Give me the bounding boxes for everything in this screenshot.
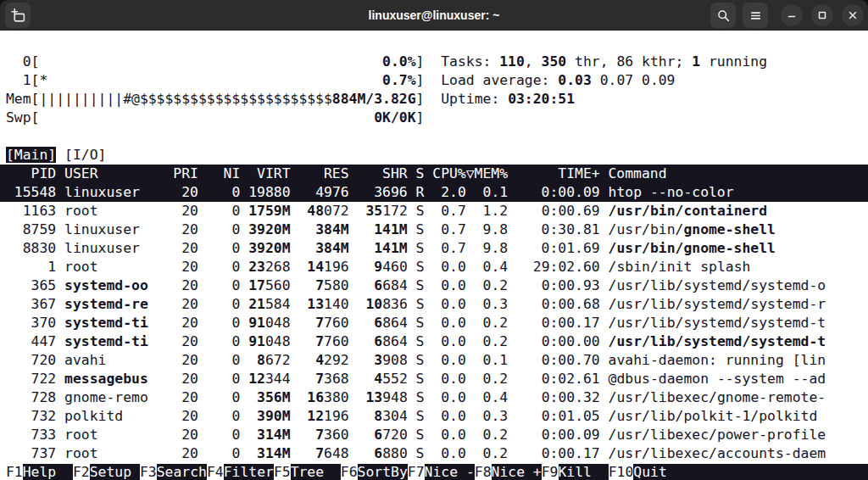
state-cpu-mem-time-cells: S 0.0 0.2 0:00.17: [408, 315, 609, 331]
user-cell: root: [64, 203, 148, 219]
res-cell: 4976: [315, 184, 348, 200]
virt-cell: [240, 389, 257, 405]
shr-cell: 864: [382, 315, 408, 331]
res-cell: 648: [324, 445, 349, 461]
process-row-15548[interactable]: 15548 linuxuser 20 0 19880 4976 3696 R 2…: [0, 183, 868, 202]
process-row-1163[interactable]: 1163 root 20 0 1759M 48072 35172 S 0.7 1…: [6, 202, 868, 220]
state-cpu-mem-time-cells: S 0.0 0.3 0:00.68: [408, 296, 609, 312]
res-cell: 292: [324, 352, 349, 368]
close-button[interactable]: [842, 4, 864, 26]
res-cell: 16: [307, 389, 324, 405]
fkey-key-F8[interactable]: F8: [475, 464, 492, 480]
fkey-label-F8[interactable]: Nice +: [492, 464, 542, 480]
res-cell: [291, 427, 316, 443]
process-row-733[interactable]: 733 root 20 0 314M 7360 6720 S 0.0 0.2 0…: [6, 426, 868, 444]
res-cell: 072: [324, 203, 349, 219]
fkey-label-F4[interactable]: Filter: [224, 464, 274, 480]
virt-cell: 91: [248, 333, 265, 349]
fkey-label-F10[interactable]: Quit: [633, 464, 666, 480]
process-row-737[interactable]: 737 root 20 0 314M 7648 6880 S 0.0 0.2 0…: [6, 444, 868, 463]
pid-cell: 8830: [6, 240, 64, 256]
fkey-label-F9[interactable]: Kill: [559, 464, 609, 480]
process-row-370[interactable]: 370 systemd-ti 20 0 91048 7760 6864 S 0.…: [6, 314, 868, 332]
pid-cell: 1: [6, 259, 64, 275]
fkey-bar-fill: [667, 464, 868, 480]
pid-cell: 733: [6, 427, 64, 443]
process-row-728[interactable]: 728 gnome-remo 20 0 356M 16380 13948 S 0…: [6, 388, 868, 407]
table-header-row[interactable]: PID USER PRI NI VIRT RES SHR S CPU%▽MEM%…: [0, 165, 868, 183]
tab-main[interactable]: [Main]: [6, 147, 56, 163]
tab-io[interactable]: [I/O]: [64, 147, 106, 163]
menu-button[interactable]: [743, 3, 768, 28]
shr-cell: 8: [374, 408, 382, 424]
state-cpu-mem-time-cells: S 0.0 0.3 0:01.05: [408, 408, 609, 424]
function-key-bar[interactable]: F1Help F2Setup F3SearchF4FilterF5Tree F6…: [6, 463, 868, 480]
fkey-label-F6[interactable]: SortBy: [358, 464, 408, 480]
fkey-label-F5[interactable]: Tree: [291, 464, 341, 480]
cpu1-meter-row: 1[* 0.7%] Load average: 0.03 0.07 0.09: [6, 71, 868, 90]
command-cell: htop --no-color: [609, 184, 734, 200]
tasks-stat: Tasks:: [441, 53, 499, 70]
res-cell: [291, 296, 308, 312]
fkey-key-F3[interactable]: F3: [140, 464, 157, 480]
fkey-label-F1[interactable]: Help: [23, 464, 73, 480]
new-tab-button[interactable]: [5, 3, 31, 28]
fkey-key-F4[interactable]: F4: [207, 464, 224, 480]
pri-ni-cells: 20 0: [148, 371, 241, 387]
shr-cell: [349, 427, 375, 443]
fkey-label-F7[interactable]: Nice -: [425, 464, 475, 480]
meter-value: 884M/3.82G: [332, 91, 416, 107]
fkey-key-F9[interactable]: F9: [542, 464, 559, 480]
process-row-732[interactable]: 732 polkitd 20 0 390M 12196 8304 S 0.0 0…: [6, 407, 868, 426]
res-cell: 384M: [315, 240, 348, 256]
res-cell: 7: [315, 333, 324, 349]
meter-bar: Mem[||||||||||#@$$$$$$$$$$$$$$$$$$$$$$$: [6, 91, 332, 107]
user-cell: root: [64, 427, 148, 443]
fkey-label-F2[interactable]: Setup: [90, 464, 140, 480]
load-average-stat: 0.03: [558, 72, 591, 88]
process-row-720[interactable]: 720 avahi 20 0 8672 4292 3908 S 0.0 0.1 …: [6, 351, 868, 370]
shr-cell: [349, 221, 375, 237]
pri-ni-cells: 20 0: [148, 203, 241, 219]
user-cell: messagebus: [64, 371, 148, 387]
meter-value: 0K/0K: [374, 109, 415, 126]
shr-cell: 948: [382, 389, 408, 405]
maximize-button[interactable]: [811, 4, 833, 26]
user-cell: systemd-oo: [64, 277, 148, 293]
fkey-key-F7[interactable]: F7: [408, 464, 425, 480]
res-cell: 196: [324, 259, 349, 275]
shr-cell: [349, 371, 375, 387]
shr-cell: [349, 315, 375, 331]
res-cell: 7: [315, 445, 324, 461]
virt-cell: 91: [248, 315, 265, 331]
process-row-8759[interactable]: 8759 linuxuser 20 0 3920M 384M 141M S 0.…: [6, 220, 868, 239]
process-row-722[interactable]: 722 messagebus 20 0 12344 7368 4552 S 0.…: [6, 370, 868, 388]
pri-ni-cells: 20 0: [148, 315, 241, 331]
command-cell: /usr/bin/: [609, 221, 684, 237]
fkey-key-F2[interactable]: F2: [73, 464, 90, 480]
fkey-key-F10[interactable]: F10: [609, 464, 634, 480]
text-segment: [56, 147, 64, 163]
process-row-447[interactable]: 447 systemd-ti 20 0 91048 7760 6864 S 0.…: [6, 332, 868, 351]
fkey-key-F1[interactable]: F1: [6, 464, 23, 480]
virt-cell: [240, 371, 248, 387]
minimize-button[interactable]: [781, 4, 803, 26]
fkey-key-F5[interactable]: F5: [274, 464, 291, 480]
shr-cell: 6: [374, 333, 382, 349]
screen-tabs-row[interactable]: [Main] [I/O]: [6, 146, 868, 165]
res-cell: 380: [324, 389, 349, 405]
pid-cell: 737: [6, 445, 64, 461]
command-cell: /usr/libexec/gnome-remote-: [609, 389, 826, 405]
fkey-key-F6[interactable]: F6: [341, 464, 358, 480]
process-row-367[interactable]: 367 systemd-re 20 0 21584 13140 10836 S …: [6, 295, 868, 314]
fkey-label-F3[interactable]: Search: [157, 464, 207, 480]
process-row-365[interactable]: 365 systemd-oo 20 0 17560 7580 6684 S 0.…: [6, 276, 868, 295]
process-row-8830[interactable]: 8830 linuxuser 20 0 3920M 384M 141M S 0.…: [6, 239, 868, 258]
process-row-1[interactable]: 1 root 20 0 23268 14196 9460 S 0.0 0.4 2…: [6, 258, 868, 276]
search-button[interactable]: [710, 3, 736, 28]
state-cpu-mem-time-cells: S 0.0 0.2 0:00.17: [408, 445, 609, 461]
virt-cell: [240, 315, 248, 331]
new-tab-icon: [11, 8, 25, 23]
state-cpu-mem-time-cells: S 0.0 0.4 29:02.60: [408, 259, 609, 275]
shr-cell: 880: [382, 445, 408, 461]
